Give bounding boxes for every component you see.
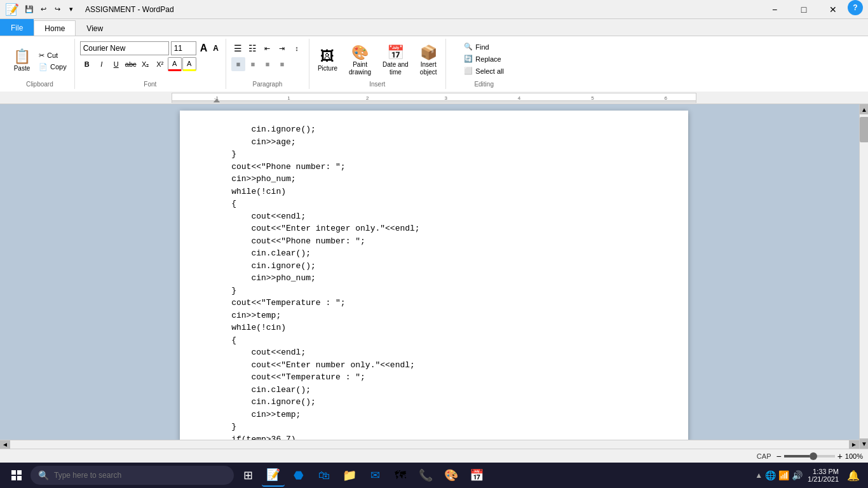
- maps-button[interactable]: 🗺: [389, 464, 412, 487]
- editing-buttons: 🔍 Find 🔄 Replace ⬜ Select all: [461, 39, 506, 81]
- list-button[interactable]: ☰: [231, 41, 245, 55]
- align-right-button[interactable]: ≡: [261, 57, 275, 71]
- superscript-button[interactable]: X²: [153, 57, 167, 71]
- line-spacing-button[interactable]: ↕: [290, 41, 304, 55]
- redo-quick-btn[interactable]: ↪: [51, 3, 64, 16]
- underline-button[interactable]: U: [109, 57, 123, 71]
- subscript-button[interactable]: X₂: [139, 57, 153, 71]
- document-page[interactable]: cin.ignore(); cin>>age; } cout<<"Phone n…: [180, 111, 688, 442]
- volume-icon[interactable]: 🔊: [792, 470, 803, 480]
- paint-taskbar-button[interactable]: 🎨: [440, 464, 463, 487]
- title-bar-left: 📝 💾 ↩ ↪ ▾ ASSIGNMENT - WordPad: [5, 3, 174, 17]
- insert-object-button[interactable]: 📦 Insert object: [417, 43, 440, 79]
- network-icon[interactable]: 🌐: [765, 470, 776, 480]
- picture-button[interactable]: 🖼 Picture: [315, 43, 341, 79]
- copy-button[interactable]: 📄 Copy: [36, 62, 69, 72]
- select-all-button[interactable]: ⬜ Select all: [461, 65, 506, 76]
- zoom-out-button[interactable]: −: [776, 451, 781, 461]
- maps-icon: 🗺: [395, 469, 406, 482]
- shrink-font-button[interactable]: A: [211, 43, 220, 53]
- bold-button[interactable]: B: [80, 57, 94, 71]
- scrollbar-thumb[interactable]: [860, 117, 868, 142]
- clock[interactable]: 1:33 PM 1/21/2021: [808, 468, 839, 483]
- files-button[interactable]: 📁: [338, 464, 361, 487]
- scrollbar-vertical[interactable]: ▲ ▼: [859, 104, 868, 449]
- wifi-icon[interactable]: 📶: [778, 470, 789, 480]
- calendar-icon: 📅: [470, 468, 484, 482]
- cut-icon: ✂: [39, 51, 44, 60]
- tab-home[interactable]: Home: [34, 20, 76, 36]
- calendar-button[interactable]: 📅: [465, 464, 488, 487]
- notification-icon: 🔔: [847, 470, 860, 482]
- highlight-color-button[interactable]: A: [182, 57, 196, 71]
- justify-button[interactable]: ≡: [275, 57, 289, 71]
- mail-button[interactable]: ✉: [363, 464, 386, 487]
- code-content: cin.ignore(); cin>>age; } cout<<"Phone n…: [212, 123, 656, 449]
- font-size-input[interactable]: [171, 41, 196, 55]
- minimize-button[interactable]: −: [760, 0, 789, 19]
- save-quick-btn[interactable]: 💾: [23, 3, 36, 16]
- cut-button[interactable]: ✂ Cut: [36, 50, 69, 61]
- font-format-row: B I U abc X₂ X² A A: [80, 57, 196, 71]
- replace-icon: 🔄: [464, 55, 473, 63]
- paragraph-align-row: ≡ ≡ ≡ ≡: [231, 57, 289, 71]
- document-area: cin.ignore(); cin>>age; } cout<<"Phone n…: [0, 104, 868, 449]
- search-input[interactable]: [54, 471, 226, 480]
- font-controls: A A B I U abc X₂ X² A A: [80, 39, 220, 81]
- scroll-right-button[interactable]: ►: [849, 440, 859, 449]
- close-button[interactable]: ✕: [818, 0, 848, 19]
- quick-access-dropdown[interactable]: ▾: [65, 3, 78, 16]
- zoom-slider[interactable]: [784, 455, 835, 458]
- scroll-left-button[interactable]: ◄: [0, 440, 10, 449]
- italic-button[interactable]: I: [95, 57, 109, 71]
- datetime-button[interactable]: 📅 Date and time: [379, 43, 412, 79]
- svg-text:4: 4: [518, 95, 521, 101]
- time-display: 1:33 PM: [808, 468, 839, 475]
- tray-chevron[interactable]: ▲: [755, 471, 763, 480]
- task-view-button[interactable]: ⊞: [236, 464, 259, 487]
- tab-view[interactable]: View: [76, 20, 114, 36]
- edge-button[interactable]: ⬣: [287, 464, 310, 487]
- windows-icon: [11, 470, 22, 480]
- zoom-in-button[interactable]: +: [837, 451, 843, 461]
- align-left-button[interactable]: ≡: [231, 57, 245, 71]
- strikethrough-button[interactable]: abc: [124, 57, 138, 71]
- window-title: ASSIGNMENT - WordPad: [85, 5, 174, 14]
- caps-lock-indicator: CAP: [757, 452, 771, 460]
- store-button[interactable]: 🛍: [313, 464, 336, 487]
- select-all-icon: ⬜: [464, 67, 473, 75]
- maximize-button[interactable]: □: [789, 0, 818, 19]
- font-color-button[interactable]: A: [168, 57, 182, 71]
- files-icon: 📁: [342, 468, 356, 482]
- date-display: 1/21/2021: [808, 475, 839, 483]
- taskbar-search[interactable]: 🔍: [31, 466, 234, 485]
- replace-button[interactable]: 🔄 Replace: [461, 53, 503, 64]
- picture-icon: 🖼: [320, 50, 334, 64]
- undo-quick-btn[interactable]: ↩: [37, 3, 50, 16]
- scroll-up-button[interactable]: ▲: [860, 104, 868, 114]
- ribbon-group-paragraph: ☰ ☷ ⇤ ⇥ ↕ ≡ ≡ ≡ ≡ Paragraph: [226, 39, 309, 89]
- notification-button[interactable]: 🔔: [844, 464, 863, 487]
- align-center-button[interactable]: ≡: [246, 57, 260, 71]
- indent-increase-button[interactable]: ⇥: [275, 41, 289, 55]
- numbered-list-button[interactable]: ☷: [246, 41, 260, 55]
- indent-decrease-button[interactable]: ⇤: [261, 41, 275, 55]
- grow-font-button[interactable]: A: [198, 42, 210, 55]
- viber-button[interactable]: 📞: [414, 464, 437, 487]
- zoom-fill: [784, 455, 810, 458]
- scroll-down-button[interactable]: ▼: [860, 438, 868, 449]
- start-button[interactable]: [5, 464, 28, 487]
- svg-text:1: 1: [287, 95, 290, 101]
- scrollbar-horizontal[interactable]: ◄ ►: [0, 440, 859, 449]
- help-button[interactable]: ?: [848, 0, 863, 15]
- paste-button[interactable]: 📋 Paste: [10, 42, 34, 80]
- zoom-thumb[interactable]: [810, 452, 817, 460]
- paint-button[interactable]: 🎨 Paint drawing: [346, 43, 374, 79]
- ruler-svg: -1 1 2 3 4 5 6: [172, 93, 696, 103]
- wordpad-icon: 📝: [5, 3, 19, 17]
- wordpad-taskbar-button[interactable]: 📝: [262, 464, 285, 487]
- find-button[interactable]: 🔍 Find: [461, 41, 491, 52]
- ribbon-group-font: A A B I U abc X₂ X² A A Font: [75, 39, 226, 89]
- font-name-input[interactable]: [80, 41, 169, 55]
- tab-file[interactable]: File: [0, 19, 34, 36]
